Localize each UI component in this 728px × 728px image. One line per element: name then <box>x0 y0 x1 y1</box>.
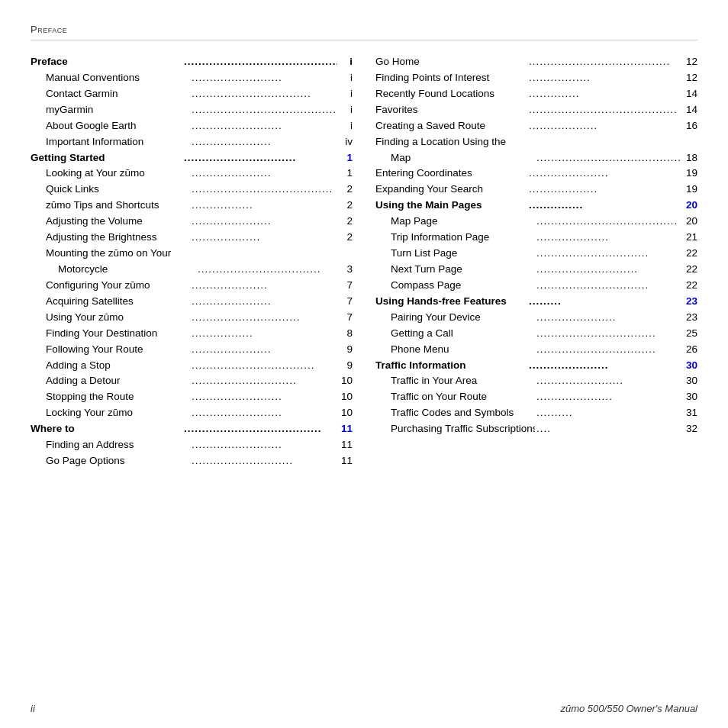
toc-page: 30 <box>682 358 697 374</box>
toc-page: i <box>337 70 353 86</box>
toc-title: Manual Conventions <box>31 70 190 86</box>
toc-entry: Map Page ...............................… <box>375 214 697 230</box>
toc-entry: Purchasing Traffic Subscriptions....32 <box>375 421 697 437</box>
toc-page: 7 <box>337 310 353 326</box>
toc-page: 1 <box>337 166 353 182</box>
toc-page: 8 <box>337 326 353 342</box>
toc-entry: Go Home ................................… <box>375 54 697 70</box>
toc-title: Phone Menu <box>375 342 535 358</box>
toc-title: Contact Garmin <box>31 86 190 102</box>
toc-dots: ................. <box>190 326 337 342</box>
toc-dots: ........................ <box>535 373 682 389</box>
toc-entry: Using Your zūmo ........................… <box>31 310 353 326</box>
toc-dots: ...................... <box>190 342 337 358</box>
toc-page: 2 <box>337 182 353 198</box>
toc-title: Following Your Route <box>31 342 190 358</box>
toc-dots: ............... <box>527 198 682 214</box>
toc-page: 32 <box>682 421 697 437</box>
toc-title: Adjusting the Volume <box>31 214 190 230</box>
toc-title: Where to <box>31 421 182 437</box>
toc-dots: ........................................… <box>527 102 682 118</box>
toc-page: 22 <box>682 246 697 262</box>
toc-page: 7 <box>337 278 353 294</box>
toc-entry: Phone Menu .............................… <box>375 342 697 358</box>
toc-page: 9 <box>337 342 353 358</box>
toc-page: iv <box>337 134 353 150</box>
toc-title: Traffic on Your Route <box>375 389 535 405</box>
toc-title: Turn List Page <box>375 246 535 262</box>
toc-dots: ..................... <box>535 389 682 405</box>
right-column: Go Home ................................… <box>375 54 697 469</box>
toc-entry: Adding a Detour ........................… <box>31 373 353 389</box>
toc-page: 22 <box>682 278 697 294</box>
toc-page: 11 <box>337 453 353 469</box>
toc-title: Using the Main Pages <box>375 198 527 214</box>
toc-page: 23 <box>682 294 697 310</box>
toc-page: i <box>337 102 353 118</box>
toc-title: Compass Page <box>375 278 535 294</box>
toc-title: Map <box>375 150 535 166</box>
toc-dots: ................... <box>527 118 682 134</box>
toc-title: Adjusting the Brightness <box>31 230 190 246</box>
toc-page: 14 <box>682 102 697 118</box>
toc-dots: ....................................... <box>527 54 682 70</box>
toc-page: 20 <box>682 214 697 230</box>
toc-page: 19 <box>682 182 697 198</box>
toc-title: Creating a Saved Route <box>375 118 527 134</box>
toc-title: Looking at Your zūmo <box>31 166 190 182</box>
toc-page: 26 <box>682 342 697 358</box>
toc-page: 31 <box>682 405 697 421</box>
toc-dots: ............................. <box>190 373 337 389</box>
toc-entry: Finding Your Destination ...............… <box>31 326 353 342</box>
toc-title: Entering Coordinates <box>375 166 527 182</box>
toc-page: 11 <box>337 421 353 437</box>
toc-dots: ............................... <box>182 150 337 166</box>
footer-right: zūmo 500/550 Owner's Manual <box>560 703 697 714</box>
toc-dots: ...................... <box>190 294 337 310</box>
toc-dots: .................................. <box>196 262 337 278</box>
toc-entry: Traffic on Your Route...................… <box>375 389 697 405</box>
toc-dots: ........................................… <box>190 102 337 118</box>
toc-entry: Finding Points of Interest..............… <box>375 70 697 86</box>
toc-entry: Quick Links.............................… <box>31 182 353 198</box>
toc-entry: Looking at Your zūmo....................… <box>31 166 353 182</box>
toc-dots: ....................................... <box>535 214 682 230</box>
toc-title: Quick Links <box>31 182 190 198</box>
toc-entry: Using Hands-free Features.........23 <box>375 294 697 310</box>
toc-page: 3 <box>337 262 353 278</box>
toc-title: Expanding Your Search <box>375 182 527 198</box>
toc-dots: .................... <box>535 230 682 246</box>
toc-dots: ................. <box>527 70 682 86</box>
toc-page: 14 <box>682 86 697 102</box>
toc-dots: ...................... <box>535 310 682 326</box>
toc-dots: ........................................… <box>182 54 337 70</box>
toc-dots: .......... <box>535 405 682 421</box>
toc-dots: ......................... <box>190 437 337 453</box>
toc-entry: Traffic in Your Area ...................… <box>375 373 697 389</box>
toc-page: 21 <box>682 230 697 246</box>
toc-title: Go Home <box>375 54 527 70</box>
toc-dots: ................... <box>527 182 682 198</box>
toc-title: Traffic Information <box>375 358 527 374</box>
toc-title: Finding an Address <box>31 437 190 453</box>
toc-entry: myGarmin................................… <box>31 102 353 118</box>
toc-entry: Finding an Address......................… <box>31 437 353 453</box>
toc-entry: Motorcycle..............................… <box>31 262 353 278</box>
toc-dots: ...................... <box>190 214 337 230</box>
toc-entry: Next Turn Page .........................… <box>375 262 697 278</box>
toc-page: 16 <box>682 118 697 134</box>
toc-entry: Expanding Your Search...................… <box>375 182 697 198</box>
toc-dots: ............................... <box>535 246 682 262</box>
toc-title: Using Hands-free Features <box>375 294 527 310</box>
toc-page: 7 <box>337 294 353 310</box>
toc-entry: zūmo Tips and Shortcuts.................… <box>31 198 353 214</box>
toc-page: 18 <box>682 150 697 166</box>
toc-title: Recently Found Locations <box>375 86 527 102</box>
toc-title: Trip Information Page <box>375 230 535 246</box>
toc-dots: ......................... <box>190 118 337 134</box>
toc-page: 10 <box>337 389 353 405</box>
toc-entry: Locking Your zūmo ......................… <box>31 405 353 421</box>
page-header: Preface <box>31 23 697 40</box>
toc-page <box>682 134 697 150</box>
toc-page: 1 <box>337 150 353 166</box>
